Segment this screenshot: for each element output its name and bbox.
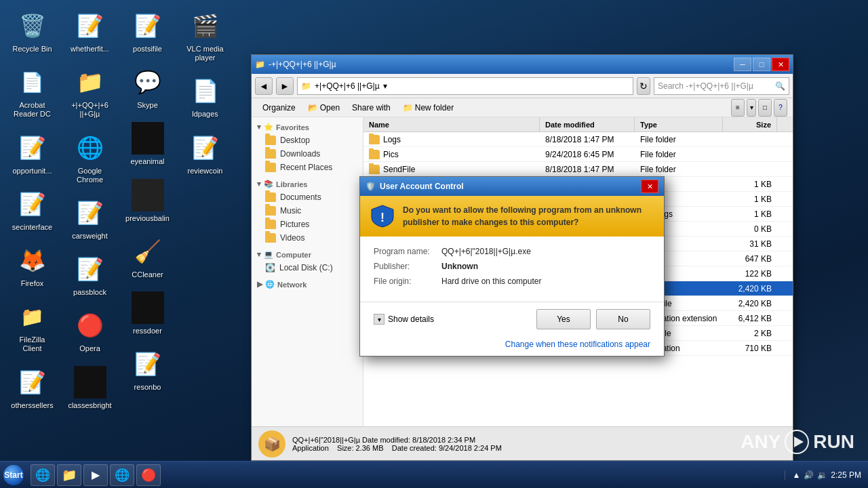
sidebar-item-pictures[interactable]: Pictures	[252, 218, 363, 231]
col-header-name[interactable]: Name	[363, 117, 540, 131]
desktop-icon-acrobat[interactable]: 📄 Acrobat Reader DC	[7, 63, 58, 121]
desktop-icon-passblock[interactable]: 📝 passblock	[64, 250, 115, 300]
file-date: 9/24/2018 6:45 PM	[540, 148, 635, 161]
refresh-button[interactable]: ↻	[637, 77, 650, 95]
table-row[interactable]: SendFile 8/18/2018 1:47 PM File folder	[363, 162, 793, 177]
desktop-icon-previousbalin[interactable]: previousbalin	[122, 176, 173, 226]
uac-file-origin-value: Hard drive on this computer	[441, 277, 541, 286]
desktop-icon-chrome[interactable]: 🌐 Google Chrome	[64, 129, 115, 187]
sidebar-item-downloads[interactable]: Downloads	[252, 147, 363, 161]
anyrun-text-run: RUN	[813, 431, 854, 453]
desktop-icon-filezilla[interactable]: 📁 FileZilla Client	[7, 298, 58, 356]
videos-folder-icon	[265, 233, 276, 243]
start-button[interactable]: Start	[3, 465, 24, 485]
postsifile-icon: 📝	[132, 9, 164, 42]
file-type: File folder	[635, 134, 723, 146]
uac-close-button[interactable]: ✕	[641, 180, 658, 193]
table-row[interactable]: Pics 9/24/2018 6:45 PM File folder	[363, 147, 793, 162]
ldpages-icon: 📄	[189, 75, 222, 107]
postsifile-label: postsifile	[133, 45, 162, 54]
search-icon[interactable]: 🔍	[775, 81, 785, 91]
desktop-icon-secinterface[interactable]: 📝 secinterface	[7, 185, 58, 235]
sidebar-recent-label: Recent Places	[280, 163, 332, 172]
desktop-icon-vlc[interactable]: 🎬 VLC media player	[180, 7, 231, 65]
sidebar-music-label: Music	[280, 206, 301, 216]
uac-change-notifications-link[interactable]: Change when these notifications appear	[360, 336, 664, 356]
open-label: Open	[320, 103, 340, 113]
desktop-icon-resonbo[interactable]: 📝 resonbo	[122, 345, 173, 394]
view-toggle-button[interactable]: ≡	[731, 99, 745, 117]
col-header-type[interactable]: Type	[635, 117, 723, 131]
tray-volume-icon[interactable]: 🔉	[817, 470, 827, 480]
desktop-icon-opportunity[interactable]: 📝 opportunit...	[7, 129, 58, 178]
taskbar-media-icon[interactable]: ▶	[83, 464, 108, 486]
show-details-toggle[interactable]: ▾ Show details	[374, 314, 434, 325]
minimize-button[interactable]: ─	[734, 58, 751, 71]
file-name-sendfile: SendFile	[383, 165, 415, 174]
help-button[interactable]: ?	[774, 99, 787, 117]
uac-file-origin-row: File origin: Hard drive on this computer	[374, 277, 650, 286]
view-option-button[interactable]: ▾	[747, 99, 756, 117]
taskbar-folder-icon[interactable]: 📁	[57, 464, 81, 486]
classesbright-icon	[74, 366, 106, 399]
taskbar-security-icon[interactable]: 🔴	[136, 464, 161, 486]
desktop-icon-ressdoer[interactable]: ressdoer	[122, 289, 173, 338]
desktop-icon-classesbright[interactable]: classesbright	[64, 363, 115, 413]
share-with-menu[interactable]: Share with	[347, 101, 396, 115]
sidebar-documents-label: Documents	[280, 192, 321, 202]
desktop-icon-reviewcoin[interactable]: 📝 reviewcoin	[180, 129, 231, 178]
tray-network-icon[interactable]: 🔊	[804, 470, 814, 480]
taskbar-chrome-icon[interactable]: 🌐	[110, 464, 134, 486]
desktop-icon-eyeanimal[interactable]: eyeanimal	[122, 119, 173, 169]
computer-header[interactable]: ▾ 💻 Computer	[252, 248, 363, 261]
back-button[interactable]: ◄	[255, 77, 273, 95]
organize-menu[interactable]: Organize	[257, 101, 301, 115]
sidebar-item-local-disk[interactable]: 💽 Local Disk (C:)	[252, 261, 363, 274]
taskbar-ie-icon[interactable]: 🌐	[31, 464, 55, 486]
favorites-header[interactable]: ▾ ⭐ Favorites	[252, 121, 363, 134]
forward-button[interactable]: ►	[276, 77, 294, 95]
col-header-size[interactable]: Size	[723, 117, 777, 131]
address-dropdown-icon[interactable]: ▾	[383, 81, 387, 91]
tray-expand-icon[interactable]: ▲	[792, 470, 800, 480]
file-name-logs: Logs	[383, 135, 401, 144]
desktop-icon-otherssellers[interactable]: 📝 otherssellers	[7, 363, 58, 413]
sidebar-item-documents[interactable]: Documents	[252, 190, 363, 204]
previousbalin-icon	[132, 179, 164, 211]
sidebar-item-videos[interactable]: Videos	[252, 231, 363, 245]
network-header[interactable]: ▶ 🌐 Network	[252, 278, 363, 291]
search-bar[interactable]: Search -+|+QQ+|+6 ||+G|µ 🔍	[654, 77, 789, 95]
desktop-icon-recycle-bin[interactable]: 🗑️ Recycle Bin	[7, 7, 58, 56]
open-menu[interactable]: 📂 Open	[302, 101, 345, 115]
desktop-icon-skype[interactable]: 💬 Skype	[122, 63, 173, 113]
desktop-icon-carsweight[interactable]: 📝 carsweight	[64, 194, 115, 243]
desktop-icon-postsifile[interactable]: 📝 postsifile	[122, 7, 173, 56]
tray-time[interactable]: 2:25 PM	[831, 470, 861, 480]
libraries-header[interactable]: ▾ 📚 Libraries	[252, 178, 363, 190]
opera-icon: 🔴	[74, 309, 106, 342]
desktop-icon-ccleaner[interactable]: 🧹 CCleaner	[122, 232, 173, 282]
close-button[interactable]: ✕	[772, 58, 789, 71]
desktop-icon-ldpages[interactable]: 📄 ldpages	[180, 72, 231, 121]
table-row[interactable]: Logs 8/18/2018 1:47 PM File folder	[363, 132, 793, 147]
uac-yes-button[interactable]: Yes	[536, 309, 591, 329]
sidebar-item-music[interactable]: Music	[252, 204, 363, 218]
skype-icon: 💬	[132, 66, 164, 98]
uac-no-button[interactable]: No	[596, 309, 650, 329]
eyeanimal-icon	[132, 122, 164, 155]
desktop-icon-whetherfits[interactable]: 📝 whetherfit...	[64, 7, 115, 56]
new-folder-menu[interactable]: 📁 New folder	[397, 101, 459, 115]
sidebar-item-recent-places[interactable]: Recent Places	[252, 161, 363, 174]
maximize-button[interactable]: □	[753, 58, 770, 71]
pictures-folder-icon	[265, 220, 276, 229]
file-size: 1 KB	[723, 178, 777, 190]
desktop-icon-opera[interactable]: 🔴 Opera	[64, 306, 115, 356]
address-bar[interactable]: 📁 +|+QQ+|+6 ||+G|µ ▾	[297, 77, 633, 95]
col-header-date[interactable]: Date modified	[540, 117, 635, 131]
desktop-icon-firefox[interactable]: 🦊 Firefox	[7, 241, 58, 291]
sidebar-item-desktop[interactable]: Desktop	[252, 134, 363, 147]
file-size: 1 KB	[723, 208, 777, 220]
desktop-icon-qq-folder[interactable]: 📁 +|+QQ+|+6 ||+G|µ	[64, 63, 115, 121]
menu-bar: Organize 📂 Open Share with 📁 New folder …	[252, 98, 793, 117]
layout-button[interactable]: □	[758, 99, 772, 117]
